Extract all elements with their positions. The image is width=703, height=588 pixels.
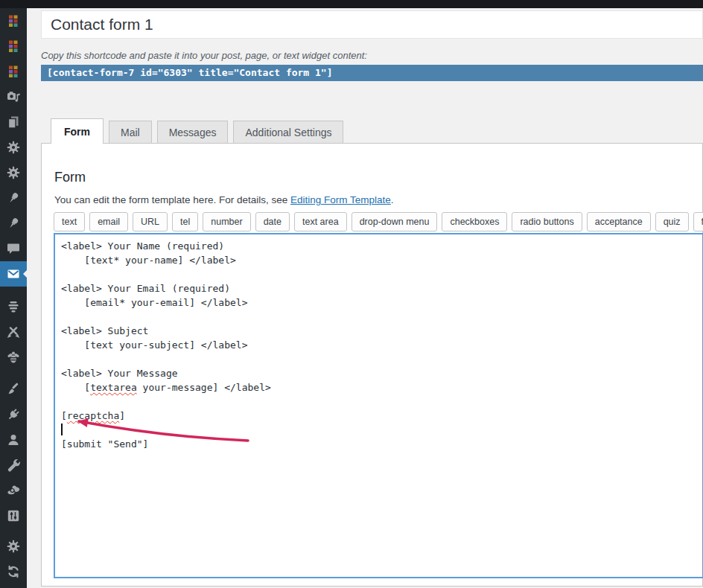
tab-bar: FormMailMessagesAdditional Settings — [51, 118, 703, 143]
tab-messages[interactable]: Messages — [157, 121, 229, 143]
brushes-icon — [6, 325, 21, 339]
sidebar-item-users[interactable] — [0, 427, 27, 453]
panel-title: Form — [54, 169, 702, 185]
shortcode-hint: Copy this shortcode and paste it into yo… — [41, 50, 703, 61]
tag-generator-buttons: textemailURLtelnumberdatetext areadrop-d… — [54, 212, 702, 231]
sidebar-item-updates[interactable] — [0, 559, 27, 584]
sidebar-item-plugin-a[interactable] — [0, 8, 27, 33]
media-icon — [6, 89, 21, 104]
plug-icon — [6, 407, 21, 422]
sidebar-item-clouds[interactable] — [0, 478, 27, 503]
comment-icon — [6, 241, 21, 256]
pin-icon — [6, 216, 21, 231]
form-template-code: <label> Your Name (required) [text* your… — [55, 234, 702, 456]
tag-button-text-area[interactable]: text area — [294, 212, 347, 231]
sidebar-item-comments[interactable] — [0, 236, 27, 261]
bee-icon — [6, 350, 21, 365]
tag-button-drop-down-menu[interactable]: drop-down menu — [352, 212, 438, 231]
sidebar-item-tools[interactable] — [0, 453, 27, 478]
pin-icon — [6, 191, 21, 205]
sidebar-item-plugin-plug[interactable] — [0, 402, 27, 427]
sidebar-item-paintbrush[interactable] — [0, 377, 27, 402]
tag-button-quiz[interactable]: quiz — [655, 212, 689, 231]
panel-description: You can edit the form template here. For… — [54, 194, 702, 206]
tag-button-acceptance[interactable]: acceptance — [587, 212, 651, 231]
sidebar-item-settings-1[interactable] — [0, 135, 27, 160]
gear-icon — [6, 165, 21, 180]
sidebar-item-plugin-c[interactable] — [0, 59, 27, 84]
tag-button-text[interactable]: text — [54, 212, 85, 231]
editing-form-template-link[interactable]: Editing Form Template — [290, 194, 391, 205]
colored-grid-icon — [6, 39, 21, 54]
sidebar-item-bee[interactable] — [0, 345, 27, 370]
sidebar-item-contact-form[interactable] — [0, 261, 27, 287]
sidebar-item-plugin-b[interactable] — [0, 33, 27, 59]
sidebar-item-hive[interactable] — [0, 294, 27, 319]
form-template-editor[interactable]: <label> Your Name (required) [text* your… — [54, 233, 703, 578]
tag-button-number[interactable]: number — [203, 212, 250, 231]
main-content: Copy this shortcode and paste it into yo… — [27, 8, 703, 588]
description-period: . — [391, 194, 394, 205]
sliders-icon — [6, 508, 21, 523]
sidebar-item-brushes[interactable] — [0, 319, 27, 345]
tag-button-date[interactable]: date — [255, 212, 290, 231]
sidebar-item-pages[interactable] — [0, 109, 27, 135]
sidebar-item-pin-1[interactable] — [0, 185, 27, 211]
tag-button-email[interactable]: email — [89, 212, 128, 231]
tag-button-checkboxes[interactable]: checkboxes — [442, 212, 507, 231]
sidebar-item-sliders[interactable] — [0, 503, 27, 528]
shortcode-field[interactable]: [contact-form-7 id="6303" title="Contact… — [41, 65, 703, 81]
hive-icon — [6, 299, 21, 314]
gear-icon — [6, 140, 21, 155]
tab-form[interactable]: Form — [51, 118, 104, 144]
sidebar-item-pin-2[interactable] — [0, 211, 27, 236]
refresh-icon — [6, 564, 21, 579]
sidebar-item-settings-2[interactable] — [0, 160, 27, 185]
form-title-input[interactable] — [41, 10, 703, 39]
form-panel: Form You can edit the form template here… — [41, 143, 703, 587]
wrench-icon — [6, 458, 21, 473]
paintbrush-icon — [6, 382, 21, 397]
tag-button-file[interactable]: file — [693, 212, 703, 231]
tag-button-radio-buttons[interactable]: radio buttons — [512, 212, 582, 231]
sidebar — [0, 8, 27, 588]
text-caret — [61, 424, 63, 435]
envelope-icon — [6, 266, 21, 281]
description-text: You can edit the form template here. For… — [54, 194, 290, 205]
gear-icon — [6, 539, 21, 554]
colored-grid-icon — [6, 13, 21, 28]
tab-mail[interactable]: Mail — [109, 121, 152, 143]
tag-button-tel[interactable]: tel — [172, 212, 198, 231]
user-icon — [6, 432, 21, 447]
pages-icon — [6, 115, 21, 130]
clouds-icon — [6, 483, 21, 498]
tag-button-url[interactable]: URL — [133, 212, 168, 231]
colored-grid-icon — [6, 64, 21, 79]
admin-top-bar — [0, 0, 703, 8]
tab-additional-settings[interactable]: Additional Settings — [233, 121, 343, 143]
sidebar-item-media[interactable] — [0, 84, 27, 109]
sidebar-item-settings-3[interactable] — [0, 534, 27, 559]
